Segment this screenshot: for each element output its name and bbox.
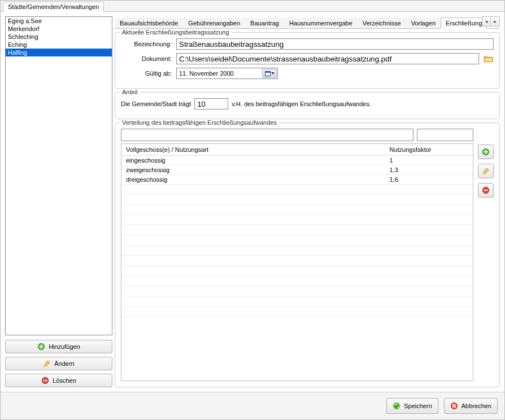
group-verteilung: Verteilung des beitragsfähigen Erschließ…	[115, 123, 500, 387]
city-list[interactable]: Eging a.SeeMerkendorfSchlechingEchingHal…	[5, 16, 112, 335]
save-button[interactable]: Speichern	[386, 398, 438, 414]
tab-staedte[interactable]: Städte/Gemeinden/Verwaltungen	[3, 2, 104, 12]
city-list-item[interactable]: Eching	[6, 41, 112, 49]
group-anteil: Anteil Die Gemeinde/Stadt trägt v.H. des…	[115, 92, 500, 119]
delete-city-button[interactable]: Löschen	[5, 374, 112, 387]
table-row[interactable]	[121, 266, 473, 276]
input-bezeichnung[interactable]	[176, 38, 494, 50]
pencil-icon	[482, 167, 490, 175]
table-row[interactable]	[121, 205, 473, 215]
label-gueltig: Gültig ab:	[121, 70, 172, 77]
col-nutzungsfaktor[interactable]: Nutzungsfaktor	[385, 144, 473, 156]
open-file-icon[interactable]	[484, 54, 494, 63]
table-row[interactable]	[121, 235, 473, 246]
add-city-label: Hinzufügen	[49, 343, 80, 350]
cancel-label: Abbrechen	[462, 403, 491, 409]
cancel-button[interactable]: Abbrechen	[444, 398, 498, 414]
detail-tab[interactable]: Verzeichnisse	[358, 18, 406, 28]
table-row[interactable]: zweigeschossig1,3	[121, 165, 473, 175]
edit-city-label: Ändern	[54, 360, 74, 367]
calendar-icon	[265, 71, 271, 76]
table-row[interactable]	[121, 296, 473, 307]
anteil-posttext: v.H. des beitragsfähigen Erschließungsau…	[232, 100, 371, 107]
datepicker-toggle[interactable]	[262, 69, 277, 78]
group-anteil-legend: Anteil	[120, 89, 140, 95]
tab-scroll-left[interactable]: ◄	[482, 16, 491, 27]
check-icon	[393, 402, 400, 410]
svg-rect-13	[484, 190, 488, 191]
verteilung-grid[interactable]: Vollgeschoss(e) / Nutzungsart Nutzungsfa…	[121, 143, 473, 381]
table-row[interactable]	[121, 276, 473, 286]
city-list-item[interactable]: Merkendorf	[6, 25, 112, 33]
tab-scroll-right[interactable]: ►	[491, 16, 500, 27]
detail-tab[interactable]: Vorlagen	[406, 18, 441, 28]
table-row[interactable]	[121, 215, 473, 225]
svg-marker-10	[483, 168, 489, 174]
detail-tab[interactable]: Hausnummernvergabe	[284, 18, 358, 28]
pencil-icon	[43, 360, 51, 368]
label-dokument: Dokument:	[121, 55, 172, 62]
detail-tab[interactable]: Bauaufsichtsbehörde	[115, 18, 183, 28]
col-vollgeschoss[interactable]: Vollgeschoss(e) / Nutzungsart	[121, 144, 385, 156]
detail-tab[interactable]: Gebührenangaben	[183, 18, 245, 28]
city-list-item[interactable]: Eging a.See	[6, 17, 112, 25]
table-row[interactable]	[121, 256, 473, 266]
svg-point-14	[394, 403, 400, 409]
plus-icon	[37, 343, 45, 351]
table-row[interactable]	[121, 246, 473, 256]
row-edit-button[interactable]	[478, 164, 494, 178]
table-row[interactable]	[121, 225, 473, 235]
save-label: Speichern	[404, 403, 432, 409]
svg-rect-6	[43, 380, 47, 381]
table-row[interactable]	[121, 286, 473, 296]
label-bezeichnung: Bezeichnung:	[121, 41, 172, 47]
input-anteil[interactable]	[194, 98, 228, 110]
table-row[interactable]	[121, 185, 473, 195]
cancel-icon	[450, 402, 458, 410]
svg-rect-9	[484, 151, 488, 152]
row-add-button[interactable]	[478, 145, 494, 159]
edit-city-button[interactable]: Ändern	[5, 357, 112, 370]
minus-icon	[41, 377, 49, 384]
add-city-button[interactable]: Hinzufügen	[5, 340, 112, 353]
delete-city-label: Löschen	[53, 377, 76, 384]
table-row[interactable]	[121, 195, 473, 205]
filter-input-2[interactable]	[417, 129, 473, 141]
gueltig-value: 11. November 2000	[179, 70, 234, 77]
group-satzung-legend: Aktuelle Erschließungsbeitragssatzung	[120, 29, 232, 36]
table-row[interactable]: eingeschossig1	[121, 156, 473, 165]
city-list-item[interactable]: Schleching	[6, 33, 112, 41]
minus-icon	[482, 186, 490, 194]
group-satzung: Aktuelle Erschließungsbeitragssatzung Be…	[115, 32, 500, 89]
row-delete-button[interactable]	[478, 183, 494, 198]
group-verteilung-legend: Verteilung des beitragsfähigen Erschließ…	[120, 119, 279, 126]
outer-tabstrip: Städte/Gemeinden/Verwaltungen	[1, 1, 504, 12]
table-row[interactable]: dreigeschossig1,6	[121, 175, 473, 185]
plus-icon	[482, 148, 490, 156]
detail-tabstrip: BauaufsichtsbehördeGebührenangabenBauant…	[115, 16, 500, 29]
detail-tab[interactable]: Erschließung	[441, 18, 487, 29]
input-dokument[interactable]	[176, 53, 479, 64]
anteil-pretext: Die Gemeinde/Stadt trägt	[121, 100, 191, 107]
city-list-item[interactable]: Halfing	[6, 49, 112, 56]
detail-tab[interactable]: Bauantrag	[245, 18, 284, 28]
filter-input-1[interactable]	[121, 129, 413, 141]
table-row[interactable]	[121, 307, 473, 317]
svg-rect-2	[40, 346, 43, 347]
chevron-down-icon	[271, 72, 275, 75]
input-gueltig-ab[interactable]: 11. November 2000	[176, 68, 278, 79]
